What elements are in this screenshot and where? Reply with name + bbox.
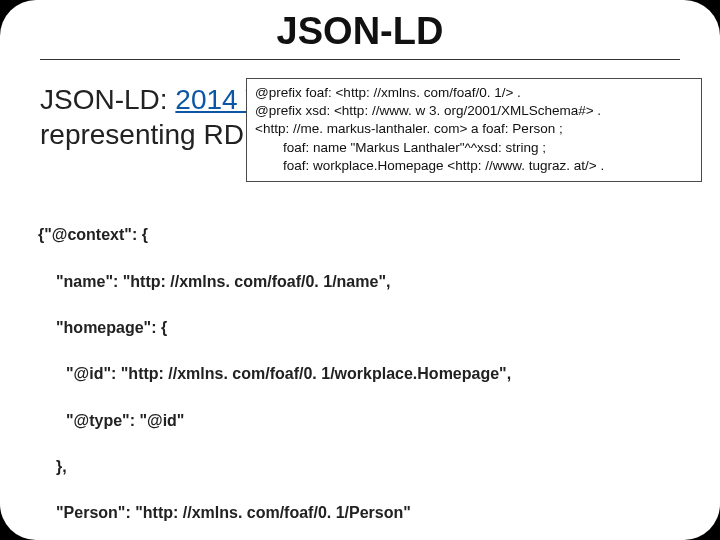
title-wrap: JSON-LD <box>40 10 680 60</box>
turtle-line: @prefix foaf: <http: //xmlns. com/foaf/0… <box>255 84 693 102</box>
code-line: "@type": "@id" <box>66 409 680 432</box>
body-prefix: JSON-LD: <box>40 84 175 115</box>
code-line: "@id": "http: //xmlns. com/foaf/0. 1/wor… <box>66 362 680 385</box>
json-code-block: {"@context": { "name": "http: //xmlns. c… <box>38 200 680 540</box>
code-line: }, <box>56 455 680 478</box>
turtle-line: <http: //me. markus-lanthaler. com> a fo… <box>255 120 693 138</box>
turtle-line: foaf: name "Markus Lanthaler"^^xsd: stri… <box>255 139 693 157</box>
slide: JSON-LD JSON-LD: 2014 W representing RDF… <box>0 0 720 540</box>
slide-title: JSON-LD <box>277 10 444 52</box>
turtle-overlay: @prefix foaf: <http: //xmlns. com/foaf/0… <box>246 78 702 182</box>
code-line: "homepage": { <box>56 316 680 339</box>
turtle-line: foaf: workplace.Homepage <http: //www. t… <box>255 157 693 175</box>
code-line: {"@context": { <box>38 223 680 246</box>
code-line: "name": "http: //xmlns. com/foaf/0. 1/na… <box>56 270 680 293</box>
body-line2: representing RDF <box>40 119 261 150</box>
code-line: "Person": "http: //xmlns. com/foaf/0. 1/… <box>56 501 680 524</box>
turtle-line: @prefix xsd: <http: //www. w 3. org/2001… <box>255 102 693 120</box>
